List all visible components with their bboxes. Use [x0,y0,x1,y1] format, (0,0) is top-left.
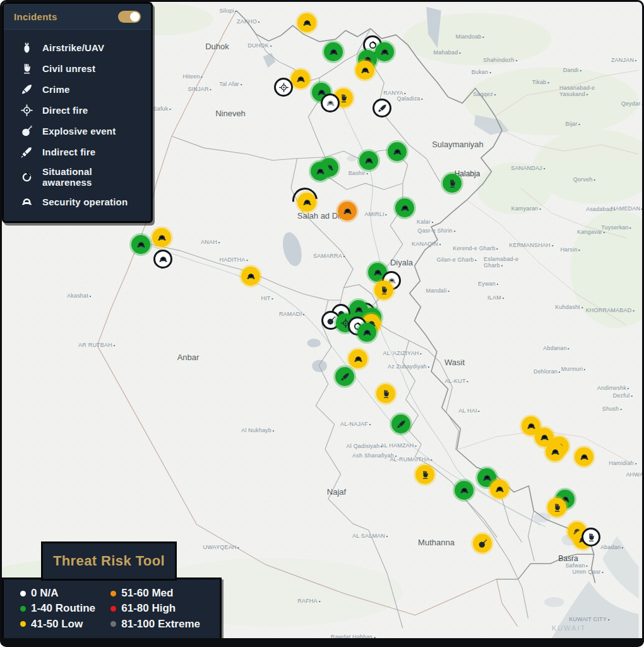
incident-marker-security-operation[interactable] [359,151,378,170]
incident-marker-civil-unrest[interactable] [374,281,393,299]
incident-type-row[interactable]: Crime [4,79,151,100]
security-operation-icon [494,484,505,495]
threat-level-row: 0 N/A [20,587,110,600]
incident-type-row[interactable]: Situational awareness [4,162,151,191]
incidents-title: Incidents [14,11,57,22]
incidents-panel: Incidents Airstrike/UAV Civil unrest Cri… [2,2,153,223]
incident-marker-security-operation[interactable] [375,42,394,61]
incident-type-row[interactable]: Explosive event [4,121,151,142]
threat-level-label: 81-100 Extreme [121,618,200,631]
incident-type-label: Crime [42,84,70,95]
incident-marker-security-operation[interactable] [575,447,593,466]
security-operation-icon [364,155,374,166]
incident-type-row[interactable]: Civil unrest [4,58,151,79]
incidents-toggle[interactable] [118,11,141,23]
security-operation-icon [459,485,470,496]
civil-unrest-icon [338,93,349,104]
incident-marker-explosive-event[interactable] [473,534,492,553]
incident-marker-civil-unrest[interactable] [581,528,600,547]
incident-marker-security-operation[interactable] [311,162,330,181]
incident-type-list: Airstrike/UAV Civil unrest Crime Direct … [4,30,151,221]
civil-unrest-icon [420,469,431,480]
security-operation-icon [246,271,256,282]
incident-marker-civil-unrest[interactable] [443,174,462,193]
security-operation-icon [325,98,336,109]
direct-fire-icon [20,104,33,117]
incident-marker-security-operation[interactable] [152,228,171,247]
security-operation-icon [158,254,169,265]
incident-marker-security-operation[interactable] [324,42,343,61]
incident-marker-security-operation[interactable] [546,442,564,461]
incident-type-row[interactable]: Airstrike/UAV [4,37,151,58]
incident-marker-security-operation[interactable] [291,70,310,88]
incident-marker-security-operation[interactable] [490,480,509,499]
incident-marker-security-operation[interactable] [153,250,172,269]
threat-level-dot-icon [110,591,116,596]
crime-icon [340,372,350,382]
threat-level-row: 81-100 Extreme [110,618,215,631]
explosive-event-icon [477,538,488,549]
security-operation-icon [362,327,373,338]
civil-unrest-icon [447,178,458,189]
civil-unrest-icon [552,502,563,513]
threat-level-row: 41-50 Low [20,618,110,631]
incident-marker-crime[interactable] [335,367,354,386]
explosive-event-icon [20,124,33,138]
security-operation-icon [295,74,306,85]
threat-level-row: 1-40 Routine [20,602,110,615]
threat-risk-tool-panel: 0 N/A 1-40 Routine 41-50 Low 51-60 Med 6… [2,577,222,640]
civil-unrest-icon [379,285,390,296]
incidents-panel-header: Incidents [4,4,151,30]
incident-marker-security-operation[interactable] [338,202,357,221]
crime-icon [396,419,407,430]
civil-unrest-icon [20,62,33,75]
security-operation-icon [482,473,492,483]
incident-marker-security-operation[interactable] [297,13,316,32]
crime-icon [20,83,33,96]
threat-level-label: 41-50 Low [31,618,83,631]
incident-marker-security-operation[interactable] [395,198,414,217]
incident-marker-security-operation[interactable] [297,193,316,212]
security-operation-icon [157,233,167,243]
incident-marker-security-operation[interactable] [349,349,367,368]
threat-level-dot-icon [20,591,26,596]
incident-marker-security-operation[interactable] [355,61,374,80]
threat-level-dot-icon [20,606,26,612]
incident-marker-security-operation[interactable] [455,481,474,500]
map-frame: DuhokNinevehSulaymaniyahHalabjaSalah ad … [0,0,644,647]
threat-level-row: 61-80 High [110,602,215,615]
civil-unrest-icon [586,532,597,543]
incident-marker-security-operation[interactable] [321,94,340,112]
security-operation-icon [392,147,403,157]
incident-marker-security-operation[interactable] [131,235,150,254]
incident-marker-security-operation[interactable] [241,267,260,286]
security-operation-icon [539,432,550,443]
threat-risk-tool-header: Threat Risk Tool [41,541,177,581]
incident-marker-civil-unrest[interactable] [376,384,395,403]
incident-type-row[interactable]: Indirect fire [4,142,151,162]
threat-level-dot-icon [110,606,116,612]
situational-awareness-icon [20,171,33,184]
security-operation-icon [136,239,146,250]
airstrike-uav-icon [20,41,33,54]
threat-level-dot-icon [20,621,26,627]
incident-marker-security-operation[interactable] [357,323,376,342]
threat-level-label: 51-60 Med [121,587,173,600]
incident-marker-crime[interactable] [373,99,391,118]
incident-type-label: Direct fire [42,105,88,116]
security-operation-icon [526,421,537,432]
threat-risk-tool-title: Threat Risk Tool [53,553,165,569]
incident-type-row[interactable]: Security operation [4,191,151,212]
incident-type-row[interactable]: Direct fire [4,100,151,121]
selection-arc-icon [287,183,323,218]
incident-marker-direct-fire[interactable] [274,78,293,97]
incident-type-label: Airstrike/UAV [42,42,104,53]
security-operation-icon [353,354,364,365]
incident-marker-crime[interactable] [391,414,410,433]
explosive-event-icon [326,315,337,326]
incident-marker-civil-unrest[interactable] [547,498,566,517]
incident-marker-security-operation[interactable] [388,142,407,161]
incident-marker-civil-unrest[interactable] [415,465,434,484]
threat-level-row: 51-60 Med [110,587,215,600]
incident-type-label: Security operation [42,197,128,207]
